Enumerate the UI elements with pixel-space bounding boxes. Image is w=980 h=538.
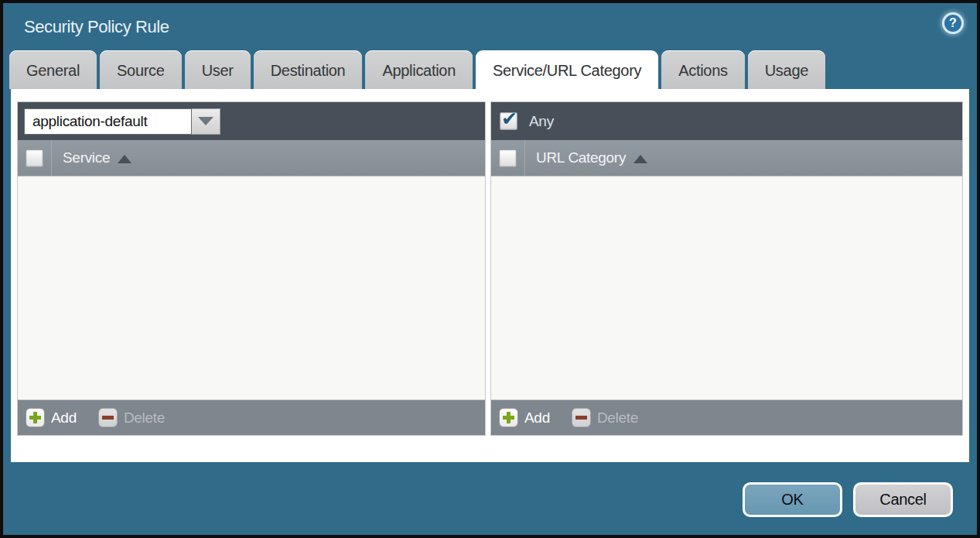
service-type-dropdown[interactable]: application-default [24,108,220,135]
tab-user[interactable]: User [185,50,251,89]
add-plus-icon [26,408,45,427]
url-category-delete-button[interactable]: Delete [572,408,638,427]
tab-bar: General Source User Destination Applicat… [3,50,977,89]
service-table-body[interactable] [18,176,485,399]
service-add-label: Add [51,409,77,427]
tab-general[interactable]: General [9,50,97,89]
cancel-button[interactable]: Cancel [853,482,953,517]
tab-usage[interactable]: Usage [748,50,825,89]
service-table-header: Service [18,140,485,176]
tab-source[interactable]: Source [100,50,182,89]
dropdown-arrow-button[interactable] [192,108,220,135]
url-category-add-button[interactable]: Add [499,408,550,427]
sort-ascending-icon[interactable] [633,155,647,163]
tab-service-url-category[interactable]: Service/URL Category [476,50,658,89]
add-plus-icon [499,408,518,427]
url-category-add-label: Add [524,409,550,427]
tab-actions[interactable]: Actions [661,50,745,89]
service-delete-button[interactable]: Delete [98,408,165,427]
help-icon[interactable]: ? [942,12,964,34]
service-select-all-cell [18,140,52,176]
sort-ascending-icon[interactable] [118,155,131,163]
any-checkbox[interactable] [500,112,517,130]
tab-application[interactable]: Application [365,50,473,89]
url-category-select-all-cell [491,140,525,176]
service-panel: application-default Service Add [17,101,486,436]
tab-destination[interactable]: Destination [254,50,363,89]
url-category-actions-bar: Add Delete [491,399,962,435]
url-category-table-body[interactable] [491,176,962,399]
security-policy-rule-dialog: Security Policy Rule ? General Source Us… [0,0,980,538]
url-category-toolbar: Any [491,102,962,140]
url-category-table-header: URL Category [491,140,962,176]
url-category-column-header[interactable]: URL Category [536,149,626,166]
url-category-delete-label: Delete [597,409,638,427]
service-type-dropdown-value[interactable]: application-default [24,108,192,135]
delete-minus-icon [98,408,118,427]
service-delete-label: Delete [124,409,165,427]
url-category-select-all-checkbox[interactable] [499,149,517,167]
delete-minus-icon [572,408,591,427]
service-column-header[interactable]: Service [63,149,110,166]
service-toolbar: application-default [18,102,485,140]
title-bar: Security Policy Rule ? [3,3,977,50]
any-label: Any [529,113,554,130]
chevron-down-icon [198,117,213,125]
tab-content: application-default Service Add [11,89,969,462]
service-add-button[interactable]: Add [26,408,77,427]
dialog-footer: OK Cancel [3,462,977,535]
dialog-title: Security Policy Rule [24,17,169,37]
service-select-all-checkbox[interactable] [26,149,43,167]
service-actions-bar: Add Delete [18,399,485,435]
url-category-panel: Any URL Category Add Delete [490,101,963,436]
ok-button[interactable]: OK [743,482,842,517]
